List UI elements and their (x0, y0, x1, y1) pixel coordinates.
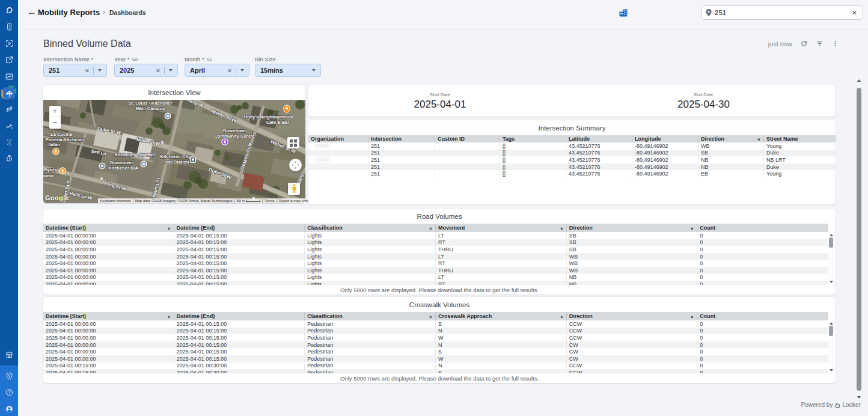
map-poi-restaurant[interactable] (60, 168, 66, 174)
sidebar-item-movement-arrows[interactable] (0, 86, 18, 100)
table-row[interactable]: 2025-04-01 00:00:002025-04-01 00:15:00Li… (43, 232, 828, 239)
table-row[interactable]: 251[]43.45210776-80.49146902EBYoung (308, 170, 836, 177)
scroll-up-arrow[interactable] (830, 234, 833, 236)
map-attr-report[interactable]: Report a map error (277, 199, 311, 203)
map-poi-stop[interactable] (100, 177, 103, 180)
organization-buildings-icon[interactable] (619, 9, 628, 17)
filter-dropdown-caret[interactable] (169, 69, 173, 72)
column-header[interactable]: Longitude (632, 135, 698, 142)
column-header[interactable]: Direction∨ (698, 135, 764, 142)
table-row[interactable]: 2025-04-01 00:00:002025-04-01 00:15:00Li… (43, 267, 828, 274)
filter-dropdown-caret[interactable] (240, 69, 244, 72)
table-row[interactable]: 2025-04-01 00:00:002025-04-01 00:15:00Pe… (43, 328, 828, 335)
search-box[interactable]: 251 ✕ (701, 5, 863, 20)
scroll-down-arrow[interactable] (830, 281, 833, 283)
table-row[interactable]: 2025-04-01 00:00:002025-04-01 00:15:00Pe… (43, 334, 828, 341)
column-header[interactable]: Datetime (End) (174, 312, 305, 320)
table-scrollbar[interactable] (828, 232, 834, 285)
refresh-icon[interactable] (800, 40, 808, 47)
map-poi-city-hall[interactable] (141, 161, 147, 168)
sidebar-item-help[interactable] (0, 385, 18, 399)
sidebar-item-account[interactable] (0, 402, 18, 416)
sidebar-item-shield[interactable] (0, 369, 18, 383)
column-header[interactable]: Datetime (Start)∧ (43, 224, 174, 232)
map-poi-school[interactable] (165, 113, 171, 120)
column-header[interactable]: Custom ID (435, 135, 500, 142)
sidebar-item-camera-scan[interactable] (0, 36, 18, 50)
back-button[interactable]: ← (25, 5, 38, 19)
filter-chip[interactable]: 251✕ (43, 64, 107, 77)
column-header[interactable]: Crosswalk Approach∧ (436, 312, 567, 320)
table-row[interactable]: 251[]43.45210776-80.49146902NBNB LRT (308, 156, 836, 164)
sidebar-item-pulse[interactable] (0, 118, 18, 133)
map-poi-station[interactable] (191, 158, 196, 163)
table-row[interactable]: 251[]43.45210776-80.49146902SBDuke (308, 150, 836, 157)
map-poi-stop[interactable] (160, 141, 164, 144)
map-layers-button[interactable] (287, 137, 299, 148)
map-poi-community[interactable] (222, 139, 228, 145)
scrollbar-thumb[interactable] (857, 88, 861, 391)
sidebar-item-miovision-logo[interactable] (0, 3, 18, 17)
column-header[interactable]: Count (697, 224, 828, 232)
zoom-in-button[interactable]: + (49, 106, 61, 117)
map-poi-restaurant[interactable] (53, 148, 59, 154)
search-input[interactable]: 251 (715, 9, 852, 16)
table-row[interactable]: 2025-04-01 00:00:002025-04-01 00:15:00Li… (43, 246, 828, 253)
scrollbar-thumb[interactable] (829, 237, 833, 248)
column-header[interactable]: Classification∧ (305, 224, 436, 232)
column-header[interactable]: Organization (308, 135, 368, 142)
sidebar-item-swap-arrows[interactable] (0, 102, 18, 116)
table-row[interactable]: 2025-04-01 00:00:002025-04-01 00:15:00Pe… (43, 355, 828, 362)
table-scrollbar[interactable] (828, 320, 834, 373)
sidebar-item-image-chart[interactable] (0, 69, 18, 84)
column-header[interactable]: Intersection (368, 135, 435, 142)
table-row[interactable]: 2025-04-01 00:00:002025-04-01 00:15:00Pe… (43, 320, 828, 328)
column-header[interactable]: Latitude (566, 135, 632, 142)
sidebar-item-history-clock[interactable] (0, 151, 18, 165)
table-row[interactable]: 2025-04-01 00:00:002025-04-01 00:15:00Li… (43, 281, 828, 285)
scroll-up-arrow[interactable] (830, 322, 833, 325)
google-logo[interactable]: Google (45, 194, 69, 201)
table-row[interactable]: 251[]43.45210776-80.49146902WBYoung (308, 142, 836, 150)
satellite-map[interactable]: St. Louis - KitchenerMain Campuser St WH… (43, 100, 305, 203)
table-row[interactable]: 251[]43.45210776-80.49146902NBDuke (308, 164, 836, 171)
map-attr-terms[interactable]: Terms (262, 199, 276, 203)
column-header[interactable]: Direction∧ (567, 312, 698, 320)
sidebar-item-starburst[interactable] (0, 135, 18, 149)
filter-clear-icon[interactable]: ✕ (81, 67, 93, 74)
street-view-pegman-button[interactable] (288, 183, 300, 195)
filter-dropdown-caret[interactable] (98, 69, 102, 72)
scroll-up-arrow[interactable] (857, 79, 861, 82)
kebab-menu-icon[interactable] (831, 40, 839, 47)
column-header[interactable]: Classification∧ (305, 312, 436, 320)
column-header[interactable]: Datetime (End) (174, 224, 305, 232)
column-header[interactable]: Datetime (Start)∧ (43, 312, 174, 320)
column-header[interactable]: Movement∧ (436, 224, 567, 232)
zoom-out-button[interactable]: − (49, 117, 61, 128)
table-row[interactable]: 2025-04-01 00:15:002025-04-01 00:30:00Pe… (43, 369, 828, 373)
table-row[interactable]: 2025-04-01 00:00:002025-04-01 00:15:00Pe… (43, 341, 828, 349)
scroll-down-arrow[interactable] (857, 396, 861, 399)
column-header[interactable]: Count (697, 312, 828, 320)
sidebar-item-traffic-signal[interactable] (0, 19, 18, 34)
table-row[interactable]: 2025-04-01 00:15:002025-04-01 00:30:00Pe… (43, 362, 828, 370)
sidebar-item-share-box[interactable] (0, 52, 18, 67)
table-row[interactable]: 2025-04-01 00:00:002025-04-01 00:15:00Li… (43, 274, 828, 281)
column-header[interactable]: Direction∧ (567, 224, 698, 232)
map-pan-button[interactable] (289, 159, 302, 171)
page-scrollbar[interactable] (856, 78, 862, 400)
scrollbar-thumb[interactable] (829, 326, 833, 336)
map-poi-bia[interactable] (99, 163, 106, 170)
scroll-down-arrow[interactable] (830, 369, 833, 372)
table-row[interactable]: 2025-04-01 00:00:002025-04-01 00:15:00Li… (43, 260, 828, 267)
filter-chip[interactable]: 15mins (255, 64, 321, 77)
sidebar-item-storefront[interactable] (0, 347, 18, 362)
column-header[interactable]: Tags (500, 135, 566, 142)
table-row[interactable]: 2025-04-01 00:00:002025-04-01 00:15:00Li… (43, 253, 828, 260)
breadcrumb[interactable]: Dashboards (109, 9, 146, 16)
table-row[interactable]: 2025-04-01 00:00:002025-04-01 00:15:00Li… (43, 239, 828, 246)
map-attr-shortcuts[interactable]: Keyboard shortcuts (98, 199, 133, 203)
filter-chip[interactable]: 2025✕ (114, 64, 178, 77)
filter-clear-icon[interactable]: ✕ (152, 67, 164, 74)
filter-icon[interactable] (816, 40, 824, 47)
